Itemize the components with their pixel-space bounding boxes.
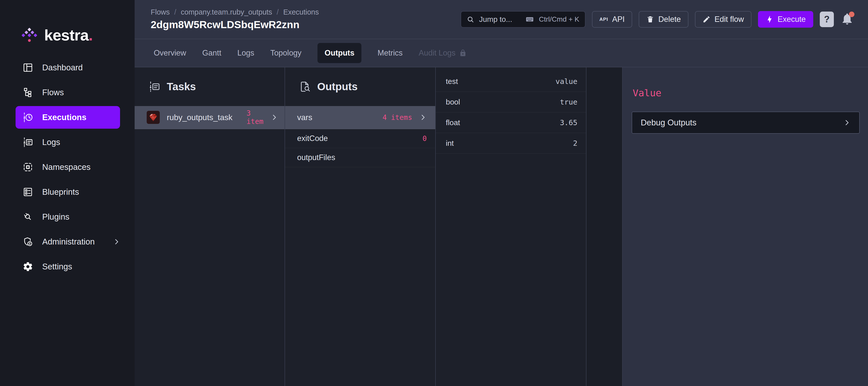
outputs-content: Tasks ruby_outputs_task 3 item Outputs v… xyxy=(135,67,868,386)
chevron-right-icon xyxy=(113,238,120,245)
kestra-logo-text: kestra. xyxy=(44,26,93,44)
detail-value: 2 xyxy=(573,139,578,148)
trash-icon xyxy=(646,15,654,23)
detail-row-bool[interactable]: bool true xyxy=(436,92,586,113)
keyboard-icon xyxy=(525,15,534,24)
jump-to-search[interactable]: Jump to... Ctrl/Cmd + K xyxy=(461,11,585,28)
chevron-right-icon xyxy=(271,114,278,121)
outputs-title: Outputs xyxy=(317,81,358,93)
detail-row-float[interactable]: float 3.65 xyxy=(436,113,586,133)
output-row-outputfiles[interactable]: outputFiles xyxy=(285,148,435,167)
detail-row-int[interactable]: int 2 xyxy=(436,133,586,154)
help-button[interactable]: ? xyxy=(820,11,834,27)
detail-value: true xyxy=(560,98,578,106)
output-key: vars xyxy=(297,113,312,122)
chevron-right-icon xyxy=(843,119,851,126)
value-panel: Value Debug Outputs xyxy=(623,67,868,386)
main-area: Flows / company.team.ruby_outputs / Exec… xyxy=(135,0,868,386)
sidebar-item-dashboard[interactable]: Dashboard xyxy=(16,56,120,79)
timeline-text-icon xyxy=(149,81,160,92)
kestra-logo[interactable]: kestra. xyxy=(0,0,135,50)
vars-detail-panel: test value bool true float 3.65 int 2 xyxy=(436,67,586,386)
sidebar-item-executions[interactable]: Executions xyxy=(16,106,120,129)
detail-value: value xyxy=(556,77,578,86)
tab-metrics[interactable]: Metrics xyxy=(377,49,403,58)
ruby-icon xyxy=(147,111,160,124)
blueprints-icon xyxy=(23,187,33,197)
output-value: 0 xyxy=(423,135,427,143)
delete-button[interactable]: Delete xyxy=(639,11,688,28)
page-title: 2dgm8W5RcwLDSbqEwR2znn xyxy=(151,19,319,31)
tasks-panel-header: Tasks xyxy=(135,67,285,106)
detail-key: bool xyxy=(446,98,460,106)
sidebar: kestra. Dashboard Flows Executions Logs … xyxy=(0,0,135,386)
tab-topology[interactable]: Topology xyxy=(270,49,301,58)
sidebar-item-flows[interactable]: Flows xyxy=(16,81,120,104)
tab-audit-logs[interactable]: Audit Logs xyxy=(419,49,467,58)
output-row-exitcode[interactable]: exitCode 0 xyxy=(285,129,435,148)
value-panel-title: Value xyxy=(633,87,860,98)
detail-row-test[interactable]: test value xyxy=(436,71,586,92)
breadcrumb: Flows / company.team.ruby_outputs / Exec… xyxy=(151,8,319,16)
empty-column xyxy=(586,67,623,386)
detail-key: int xyxy=(446,139,454,148)
breadcrumb-namespace[interactable]: company.team.ruby_outputs xyxy=(181,8,272,16)
sidebar-item-administration[interactable]: Administration xyxy=(16,231,120,253)
plugins-icon xyxy=(23,212,33,222)
outputs-panel: Outputs vars 4 items exitCode 0 outputFi… xyxy=(285,67,436,386)
output-count-badge: 4 items xyxy=(382,113,412,122)
sidebar-item-blueprints[interactable]: Blueprints xyxy=(16,181,120,203)
sidebar-item-settings[interactable]: Settings xyxy=(16,255,120,278)
logs-icon xyxy=(23,137,33,148)
flows-icon xyxy=(23,87,33,98)
tab-overview[interactable]: Overview xyxy=(154,49,186,58)
kestra-logo-mark xyxy=(21,27,38,43)
output-row-vars[interactable]: vars 4 items xyxy=(285,106,435,129)
namespaces-icon xyxy=(23,162,33,172)
sidebar-item-namespaces[interactable]: Namespaces xyxy=(16,156,120,178)
topbar: Flows / company.team.ruby_outputs / Exec… xyxy=(135,0,868,39)
tab-gantt[interactable]: Gantt xyxy=(202,49,221,58)
bolt-icon xyxy=(766,15,774,23)
api-icon: API xyxy=(599,17,608,22)
execution-tabs: Overview Gantt Logs Topology Outputs Met… xyxy=(135,39,868,67)
lock-icon xyxy=(459,49,467,57)
dashboard-icon xyxy=(23,62,33,73)
search-placeholder: Jump to... xyxy=(479,15,513,24)
task-row-ruby-outputs-task[interactable]: ruby_outputs_task 3 item xyxy=(135,106,285,129)
breadcrumb-flows[interactable]: Flows xyxy=(151,8,170,16)
tasks-panel: Tasks ruby_outputs_task 3 item xyxy=(135,67,285,386)
pencil-icon xyxy=(703,15,711,23)
sidebar-nav: Dashboard Flows Executions Logs Namespac… xyxy=(16,56,120,280)
executions-icon xyxy=(23,112,33,123)
debug-outputs-label: Debug Outputs xyxy=(641,118,696,127)
detail-value: 3.65 xyxy=(560,118,578,127)
breadcrumb-executions[interactable]: Executions xyxy=(283,8,319,16)
administration-icon xyxy=(23,236,33,247)
output-key: outputFiles xyxy=(297,153,335,162)
settings-icon xyxy=(23,261,33,272)
sidebar-item-plugins[interactable]: Plugins xyxy=(16,206,120,228)
sidebar-item-logs[interactable]: Logs xyxy=(16,131,120,153)
task-row-count-badge: 3 item xyxy=(247,109,264,126)
notification-dot xyxy=(849,11,855,17)
tab-logs[interactable]: Logs xyxy=(237,49,254,58)
api-button[interactable]: API API xyxy=(592,11,632,28)
execute-button[interactable]: Execute xyxy=(758,11,813,28)
edit-flow-button[interactable]: Edit flow xyxy=(695,11,751,28)
search-shortcut: Ctrl/Cmd + K xyxy=(539,15,580,23)
file-search-icon xyxy=(299,81,311,92)
tab-outputs[interactable]: Outputs xyxy=(317,43,362,63)
task-row-label: ruby_outputs_task xyxy=(167,113,232,122)
tasks-title: Tasks xyxy=(167,81,196,93)
notifications-button[interactable] xyxy=(840,12,854,27)
debug-outputs-accordion[interactable]: Debug Outputs xyxy=(632,112,860,134)
detail-key: float xyxy=(446,118,460,127)
detail-key: test xyxy=(446,77,458,86)
outputs-panel-header: Outputs xyxy=(285,67,435,106)
search-icon xyxy=(467,16,474,23)
chevron-right-icon xyxy=(419,114,427,121)
output-key: exitCode xyxy=(297,134,328,143)
